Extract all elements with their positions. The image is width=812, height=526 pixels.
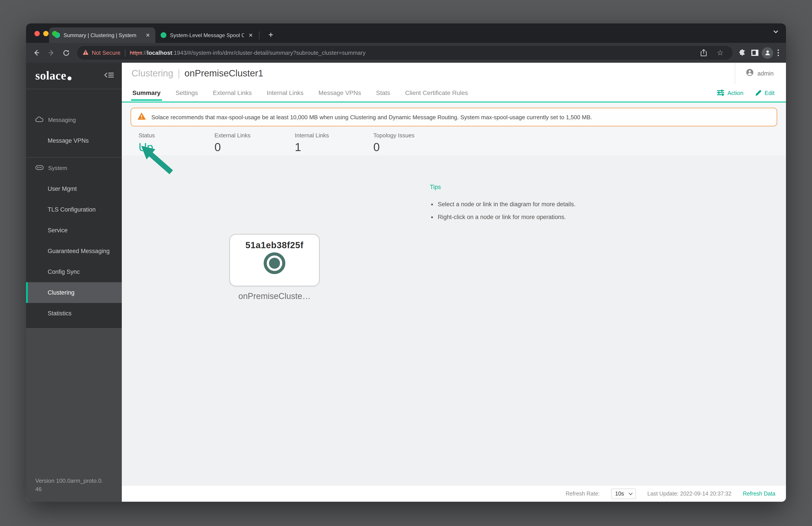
page-title: onPremiseCluster1 (185, 68, 263, 79)
url-scheme: https (130, 49, 142, 56)
page-header: Clustering | onPremiseCluster1 admin (122, 63, 786, 84)
action-button[interactable]: Action (717, 89, 743, 96)
cloud-icon (35, 116, 44, 124)
sidebar-item-message-vpns[interactable]: Message VPNs (26, 130, 122, 151)
browser-toolbar: Not Secure https://localhost:1943/#/syst… (26, 43, 786, 63)
user-menu[interactable]: admin (735, 63, 786, 84)
stat-label: Topology Issues (373, 132, 415, 139)
tab-summary[interactable]: Summary (132, 84, 161, 102)
warning-banner: Solace recommends that max-spool-usage b… (131, 108, 777, 126)
address-bar[interactable]: Not Secure https://localhost:1943/#/syst… (77, 46, 733, 60)
browser-tabstrip: Summary | Clustering | System ✕ System-L… (26, 24, 786, 43)
user-avatar-icon (746, 69, 754, 78)
sidebar-item-tls-configuration[interactable]: TLS Configuration (26, 199, 122, 220)
page-tab-bar: Summary Settings External Links Internal… (122, 84, 786, 102)
tip-item: Select a node or link in the diagram for… (438, 201, 576, 208)
user-name: admin (757, 70, 773, 76)
stat-value: 1 (295, 140, 373, 154)
tab-external-links[interactable]: External Links (213, 84, 252, 102)
sidebar-item-clustering[interactable]: Clustering (26, 282, 122, 303)
url-divider (125, 49, 125, 56)
tips-title: Tips (430, 184, 576, 190)
status-value: Up (139, 140, 215, 154)
share-icon[interactable] (698, 47, 709, 58)
sidebar-item-config-sync[interactable]: Config Sync (26, 261, 122, 282)
tab-internal-links[interactable]: Internal Links (267, 84, 304, 102)
tips-list: Select a node or link in the diagram for… (438, 201, 576, 221)
cluster-node[interactable]: 51a1eb38f25f onPremiseCluste… (230, 234, 319, 301)
last-update-label: Last Update: 2022-09-14 20:37:32 (648, 491, 731, 497)
not-secure-label: Not Secure (92, 49, 120, 56)
breadcrumb: Clustering (131, 68, 173, 79)
url-separator: :// (142, 49, 147, 56)
browser-tab-title: Summary | Clustering | System (63, 32, 141, 38)
tab-message-vpns[interactable]: Message VPNs (318, 84, 361, 102)
node-status-ring-icon (262, 251, 287, 275)
reload-button[interactable] (60, 46, 73, 59)
sidebar: solace Messaging Message VPNs (26, 63, 122, 502)
tab-close-icon[interactable]: ✕ (248, 32, 254, 38)
stat-value: 0 (215, 140, 295, 154)
tab-close-icon[interactable]: ✕ (145, 32, 151, 38)
warning-text: Solace recommends that max-spool-usage b… (151, 114, 592, 120)
bookmark-star-icon[interactable]: ☆ (715, 47, 725, 58)
sidebar-item-guaranteed-messaging[interactable]: Guaranteed Messaging (26, 241, 122, 261)
stat-status: Status Up (139, 132, 215, 154)
diagram-canvas[interactable]: Tips Select a node or link in the diagra… (122, 155, 786, 486)
tab-settings[interactable]: Settings (176, 84, 198, 102)
stat-topology-issues: Topology Issues 0 (373, 132, 415, 154)
browser-tab-title: System-Level Message Spool C (170, 32, 244, 38)
stat-internal-links: Internal Links 1 (295, 132, 373, 154)
browser-tab-inactive[interactable]: System-Level Message Spool C ✕ (155, 27, 258, 43)
stat-label: External Links (215, 132, 295, 139)
window-controls (34, 31, 57, 36)
node-label: onPremiseCluste… (230, 292, 319, 301)
refresh-rate-value: 10s (615, 491, 624, 497)
warning-triangle-icon (137, 112, 146, 122)
extensions-puzzle-icon[interactable] (737, 47, 748, 58)
action-label: Action (727, 89, 743, 96)
sliders-icon (717, 90, 724, 96)
forward-button[interactable] (45, 46, 58, 59)
tip-item: Right-click on a node or link for more o… (438, 214, 576, 221)
new-tab-button[interactable]: + (265, 30, 277, 40)
browser-menu-kebab-icon[interactable] (775, 49, 782, 56)
refresh-rate-select[interactable]: 10s (611, 488, 636, 499)
solace-logo: solace (35, 69, 72, 83)
sidebar-collapse-icon[interactable] (104, 72, 114, 80)
solace-favicon-icon (161, 32, 166, 38)
sidebar-nav: Messaging Message VPNs System User Mgmt … (26, 89, 122, 324)
sidebar-footer: Version 100.0arm_proto.0.46 (26, 328, 122, 502)
page-footer: Refresh Rate: 10s Last Update: 2022-09-1… (122, 486, 786, 502)
tab-actions: Action Edit (717, 89, 786, 96)
solace-logo-dot (68, 76, 72, 80)
browser-window: Summary | Clustering | System ✕ System-L… (26, 24, 786, 502)
pencil-icon (755, 89, 762, 96)
tab-client-certificate-rules[interactable]: Client Certificate Rules (405, 84, 468, 102)
browser-profile-avatar[interactable] (762, 47, 773, 58)
edit-label: Edit (765, 89, 774, 96)
tab-search-chevron-icon[interactable] (773, 29, 779, 37)
tab-stats[interactable]: Stats (376, 84, 390, 102)
refresh-rate-label: Refresh Rate: (566, 491, 600, 497)
sidebar-section-label: Messaging (48, 117, 76, 123)
edit-button[interactable]: Edit (755, 89, 774, 96)
sidebar-item-user-mgmt[interactable]: User Mgmt (26, 179, 122, 199)
back-button[interactable] (30, 46, 43, 59)
side-panel-icon[interactable] (749, 47, 760, 58)
sidebar-item-service[interactable]: Service (26, 220, 122, 241)
breadcrumb-separator: | (178, 68, 180, 79)
sidebar-section-messaging: Messaging (26, 110, 122, 130)
refresh-data-link[interactable]: Refresh Data (743, 491, 775, 497)
cluster-node-box[interactable]: 51a1eb38f25f (230, 234, 319, 286)
stat-external-links: External Links 0 (215, 132, 295, 154)
url-text: https://localhost:1943/#/system-info/dmr… (130, 49, 695, 56)
stat-value: 0 (373, 140, 415, 154)
tab-separator (259, 31, 260, 39)
sidebar-item-statistics[interactable]: Statistics (26, 303, 122, 324)
close-window-button[interactable] (34, 31, 40, 36)
browser-tab-active[interactable]: Summary | Clustering | System ✕ (49, 27, 155, 43)
minimize-window-button[interactable] (43, 31, 48, 36)
maximize-window-button[interactable] (52, 31, 57, 36)
sidebar-section-label: System (48, 165, 67, 171)
